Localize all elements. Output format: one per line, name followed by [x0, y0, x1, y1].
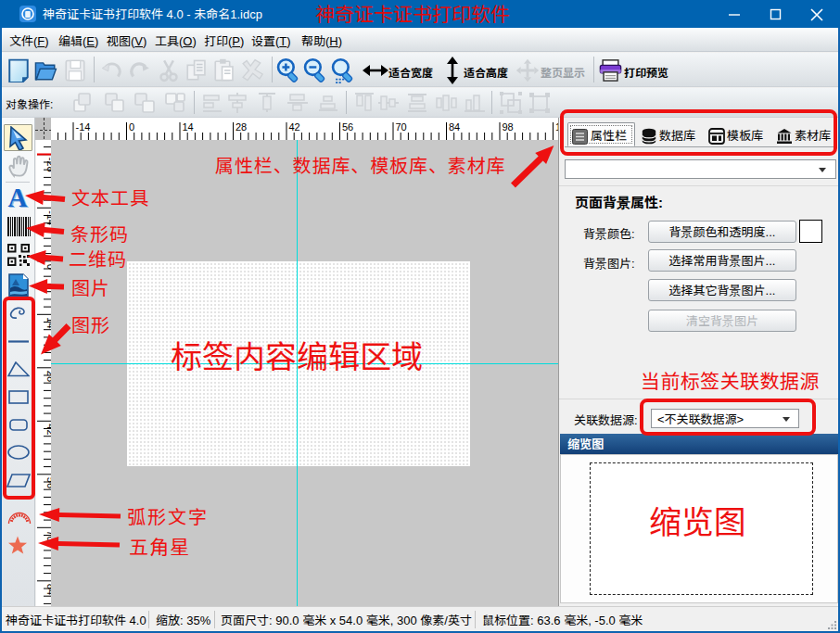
- svg-text:84: 84: [449, 121, 460, 133]
- svg-text:28: 28: [235, 121, 247, 133]
- svg-text:42: 42: [289, 121, 300, 133]
- svg-text:98: 98: [503, 121, 514, 133]
- svg-text:14: 14: [183, 121, 194, 133]
- svg-text:56: 56: [342, 121, 353, 133]
- svg-text:-14: -14: [76, 121, 91, 133]
- svg-text:0: 0: [129, 121, 134, 133]
- svg-text:70: 70: [396, 121, 407, 133]
